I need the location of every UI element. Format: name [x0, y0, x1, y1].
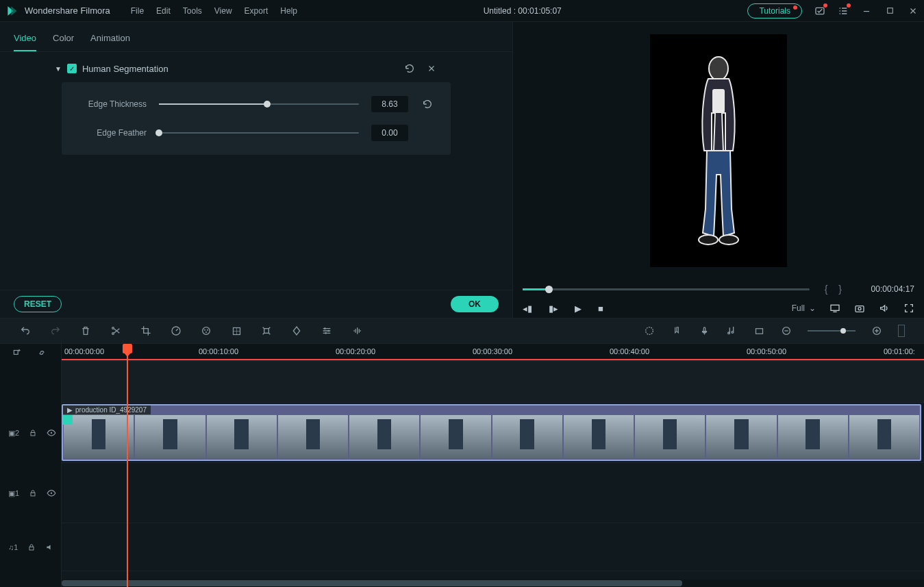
svg-point-19: [327, 330, 329, 332]
stop-icon[interactable]: ■: [598, 303, 603, 314]
mark-in-out-icon[interactable]: {}: [825, 284, 853, 295]
preview-panel: {} 00:00:04:17 ◂▮ ▮▸ ▶ ■ Full ⌄: [513, 22, 924, 318]
zoom-slider[interactable]: [808, 330, 856, 332]
render-icon[interactable]: [643, 325, 655, 337]
aspect-icon[interactable]: [753, 325, 765, 337]
volume-icon[interactable]: [879, 303, 890, 314]
link-icon[interactable]: [36, 347, 48, 359]
snapshot-icon[interactable]: [854, 303, 865, 314]
step-forward-icon[interactable]: ▮▸: [549, 303, 558, 314]
ruler-mark: 00:00:10:00: [199, 347, 238, 355]
lock-icon[interactable]: [29, 427, 37, 439]
eye-icon[interactable]: [47, 487, 56, 499]
titlebar: Wondershare Filmora File Edit Tools View…: [0, 0, 924, 22]
audio-icon[interactable]: [351, 325, 363, 337]
color-icon[interactable]: [200, 325, 212, 337]
track-label: ♫1: [8, 543, 18, 551]
lock-icon[interactable]: [27, 541, 36, 553]
menu-help[interactable]: Help: [280, 6, 297, 16]
zoom-fit-icon[interactable]: [898, 325, 905, 337]
split-icon[interactable]: [110, 325, 122, 337]
reset-effect-icon[interactable]: [404, 63, 415, 74]
marker-icon[interactable]: [671, 325, 683, 337]
person-preview: [688, 51, 749, 250]
svg-point-18: [324, 327, 326, 329]
reset-button[interactable]: RESET: [14, 296, 62, 312]
adjust-icon[interactable]: [321, 325, 333, 337]
green-screen-icon[interactable]: [230, 325, 242, 337]
timeline-track-headers: ▣2 ▣1 ♫1: [0, 344, 62, 587]
tab-video[interactable]: Video: [14, 29, 36, 51]
zoom-out-icon[interactable]: [780, 325, 792, 337]
play-icon[interactable]: ▶: [575, 303, 582, 314]
notification-dot-icon: [823, 3, 827, 8]
effect-header: ▼ ✓ Human Segmentation: [55, 63, 437, 74]
tab-animation[interactable]: Animation: [90, 29, 130, 51]
motion-tracking-icon[interactable]: [260, 325, 273, 337]
tutorials-button[interactable]: Tutorials: [747, 3, 802, 18]
display-icon[interactable]: [829, 303, 840, 314]
slider-reset-icon[interactable]: [421, 97, 434, 111]
volume-icon[interactable]: [45, 541, 55, 553]
record-voiceover-icon[interactable]: [698, 325, 710, 337]
menu-edit[interactable]: Edit: [156, 6, 171, 16]
collapse-arrow-icon[interactable]: ▼: [55, 65, 62, 73]
timeline-tracks: 00:00:00:00 00:00:10:00 00:00:20:00 00:0…: [62, 344, 924, 587]
track-a1[interactable]: [62, 523, 924, 571]
app-name: Wondershare Filmora: [25, 5, 110, 16]
ok-button[interactable]: OK: [451, 296, 499, 312]
notification-dot-icon: [847, 3, 851, 8]
svg-point-28: [51, 432, 52, 434]
svg-rect-26: [14, 351, 18, 355]
project-title: Untitled : 00:01:05:07: [297, 6, 747, 16]
clip-effect-badge-icon: [63, 415, 73, 425]
mix-audio-icon[interactable]: [725, 325, 738, 337]
speed-icon[interactable]: [170, 325, 182, 337]
crop-icon[interactable]: [140, 325, 152, 337]
lock-icon[interactable]: [29, 487, 37, 499]
menu-view[interactable]: View: [214, 6, 232, 16]
fullscreen-icon[interactable]: [903, 303, 914, 314]
keyframe-icon[interactable]: [290, 325, 303, 337]
track-v2[interactable]: ▶ production ID_4929207: [62, 403, 924, 463]
close-effect-icon[interactable]: [426, 63, 437, 74]
track-empty[interactable]: [62, 362, 924, 403]
svg-rect-27: [31, 433, 35, 436]
tab-color[interactable]: Color: [53, 29, 74, 51]
task-list-icon[interactable]: [838, 5, 849, 16]
delete-icon[interactable]: [79, 325, 92, 337]
timeline-ruler[interactable]: 00:00:00:00 00:00:10:00 00:00:20:00 00:0…: [62, 344, 924, 362]
menu-tools[interactable]: Tools: [183, 6, 202, 16]
slider-label: Edge Feather: [78, 128, 147, 138]
ruler-start: 00:00:00:00: [64, 347, 104, 355]
track-header-v2: ▣2: [0, 403, 61, 463]
redo-icon[interactable]: [49, 325, 62, 337]
undo-icon[interactable]: [19, 325, 32, 337]
zoom-in-icon[interactable]: [871, 325, 883, 337]
tutorials-label: Tutorials: [759, 6, 790, 16]
effect-checkbox[interactable]: ✓: [67, 64, 77, 73]
menu-export[interactable]: Export: [245, 6, 269, 16]
track-v1[interactable]: [62, 463, 924, 523]
minimize-icon[interactable]: [861, 5, 872, 16]
quality-select[interactable]: Full ⌄: [792, 303, 816, 313]
timeline-scrollbar[interactable]: [62, 579, 924, 587]
eye-icon[interactable]: [47, 427, 56, 439]
ruler-mark: 00:00:50:00: [747, 347, 786, 355]
slider-edge-feather: Edge Feather 0.00: [78, 125, 434, 141]
menu-file[interactable]: File: [131, 6, 144, 16]
slider-value[interactable]: 8.63: [371, 96, 408, 112]
video-clip[interactable]: ▶ production ID_4929207: [62, 404, 921, 461]
svg-rect-6: [831, 305, 839, 310]
close-icon[interactable]: [908, 5, 919, 16]
add-track-icon[interactable]: [11, 347, 23, 359]
step-back-icon[interactable]: ◂▮: [523, 303, 532, 314]
slider-track[interactable]: [159, 103, 359, 105]
slider-value[interactable]: 0.00: [371, 125, 408, 141]
maximize-icon[interactable]: [884, 5, 895, 16]
slider-track[interactable]: [159, 132, 359, 134]
svg-point-15: [205, 332, 207, 333]
message-icon[interactable]: [814, 5, 825, 16]
playhead[interactable]: [127, 344, 128, 587]
preview-progress[interactable]: [523, 288, 810, 290]
